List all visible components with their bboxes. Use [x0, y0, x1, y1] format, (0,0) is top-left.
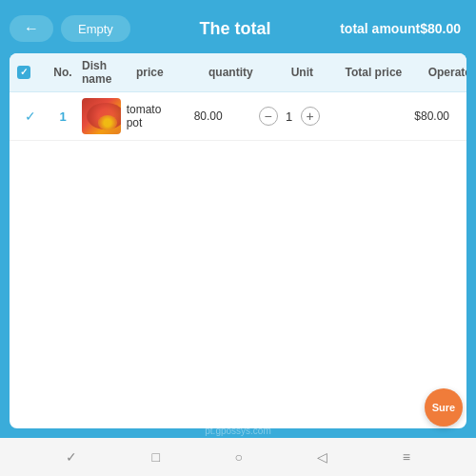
table-header: No. Dish name price quantity Unit Total …	[10, 53, 466, 92]
table-body: ✓ 1 tomato pot 80.00 − 1 +	[10, 92, 466, 428]
sure-button[interactable]: Sure	[425, 388, 463, 426]
total-amount: total amount$80.00	[340, 21, 461, 36]
increase-button[interactable]: +	[301, 107, 320, 126]
row-total-price: $80.00	[389, 109, 466, 123]
row-number: 1	[44, 109, 82, 124]
header-total-price: Total price	[330, 66, 416, 79]
decrease-button[interactable]: −	[259, 107, 278, 126]
nav-back-icon[interactable]: ◁	[317, 449, 327, 465]
row-checkbox-cell: ✓	[17, 109, 44, 124]
empty-label: Empty	[78, 22, 113, 36]
header-operate: Operate	[416, 66, 466, 79]
table-row: ✓ 1 tomato pot 80.00 − 1 +	[10, 92, 466, 141]
header-quantity: quantity	[188, 66, 273, 79]
row-check-icon[interactable]: ✓	[25, 109, 36, 124]
row-quantity-cell: − 1 +	[247, 107, 332, 126]
select-all-checkbox[interactable]	[17, 66, 30, 79]
app-container: ← Empty The total total amount$80.00 No.…	[0, 0, 476, 476]
header-no: No.	[44, 66, 82, 79]
nav-circle-icon[interactable]: ○	[234, 449, 242, 465]
header-dish-name: Dish name	[82, 59, 111, 86]
header-checkbox	[17, 66, 44, 79]
row-dish-cell: tomato pot	[82, 98, 170, 134]
row-price: 80.00	[170, 109, 247, 123]
nav-check-icon[interactable]: ✓	[66, 449, 77, 465]
main-area: No. Dish name price quantity Unit Total …	[10, 53, 466, 428]
empty-button[interactable]: Empty	[61, 15, 130, 42]
dish-image	[82, 98, 121, 134]
bottom-nav: ✓ □ ○ ◁ ≡	[0, 438, 476, 476]
back-icon: ←	[24, 20, 39, 37]
nav-menu-icon[interactable]: ≡	[403, 449, 410, 465]
page-title: The total	[130, 19, 340, 39]
header-unit: Unit	[273, 66, 330, 79]
quantity-value: 1	[282, 109, 297, 124]
nav-square-icon[interactable]: □	[152, 449, 160, 465]
quantity-control: − 1 +	[247, 107, 332, 126]
sure-label: Sure	[432, 402, 455, 413]
dish-name: tomato pot	[127, 103, 170, 129]
header-price: price	[111, 66, 188, 79]
top-bar: ← Empty The total total amount$80.00	[10, 10, 466, 48]
back-button[interactable]: ←	[10, 15, 53, 42]
